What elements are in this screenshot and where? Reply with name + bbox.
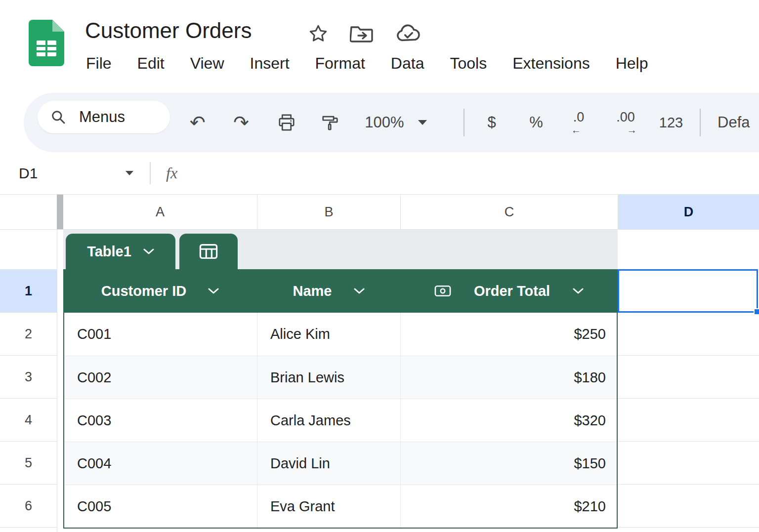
gridline: [618, 355, 759, 356]
chevron-down-icon[interactable]: [208, 288, 219, 294]
google-sheets-app: Customer Orders File Edit View Insert Fo…: [0, 0, 759, 532]
column-header-a[interactable]: A: [63, 195, 257, 229]
chevron-down-icon[interactable]: [573, 288, 584, 294]
search-icon: [50, 109, 66, 125]
gridline: [618, 484, 759, 485]
menu-item-file[interactable]: File: [86, 54, 112, 73]
name-box-dropdown-icon: [126, 171, 133, 175]
increase-decimal-icon: .00 →: [616, 111, 635, 135]
order-total-header-label: Order Total: [474, 283, 550, 299]
cell-name[interactable]: Eva Grant: [257, 485, 400, 528]
format-currency-button[interactable]: $: [476, 93, 507, 152]
zoom-control[interactable]: 100%: [344, 93, 448, 152]
cell-customer-id[interactable]: C004: [64, 442, 257, 485]
decrease-decimal-icon: .0 ←: [573, 111, 585, 135]
table-body: C001 Alice Kim $250 C002 Brian Lewis $18…: [63, 313, 618, 529]
table-options-chip[interactable]: [179, 234, 238, 269]
gridline: [618, 527, 759, 528]
fill-handle[interactable]: [754, 308, 759, 315]
cell-customer-id[interactable]: C005: [64, 485, 257, 528]
cell-order-total[interactable]: $320: [400, 399, 617, 442]
menu-item-help[interactable]: Help: [616, 54, 648, 73]
format-percent-button[interactable]: %: [520, 93, 552, 152]
more-formats-button[interactable]: 123: [654, 93, 688, 152]
table-row: C001 Alice Kim $250: [64, 313, 617, 356]
number-format-icon: 123: [659, 115, 683, 131]
menu-bar: File Edit View Insert Format Data Tools …: [86, 50, 648, 76]
row-header-5[interactable]: 5: [0, 442, 57, 485]
decrease-decimal-button[interactable]: .0 ←: [561, 93, 596, 152]
menu-item-edit[interactable]: Edit: [137, 54, 165, 73]
redo-icon: ↷: [233, 113, 249, 132]
column-header-customer-id[interactable]: Customer ID: [63, 269, 257, 313]
redo-button[interactable]: ↷: [226, 93, 256, 152]
column-header-name[interactable]: Name: [257, 269, 400, 313]
print-button[interactable]: [271, 93, 302, 152]
table-name-chip[interactable]: Table1: [66, 234, 175, 269]
menu-item-data[interactable]: Data: [391, 54, 424, 73]
column-header-order-total[interactable]: Order Total: [400, 269, 618, 313]
currency-field-icon: [434, 285, 451, 297]
menu-item-view[interactable]: View: [190, 54, 224, 73]
cell-name[interactable]: David Lin: [257, 442, 400, 485]
row-header-6[interactable]: 6: [0, 485, 57, 528]
sheets-logo-icon[interactable]: [29, 20, 64, 66]
zoom-value: 100%: [365, 114, 404, 131]
undo-button[interactable]: ↶: [183, 93, 212, 152]
menu-item-tools[interactable]: Tools: [450, 54, 487, 73]
table-row: C004 David Lin $150: [64, 442, 617, 485]
chevron-down-icon: [418, 120, 427, 125]
cell-customer-id[interactable]: C003: [64, 399, 257, 442]
cell-name[interactable]: Carla James: [257, 399, 400, 442]
paint-format-button[interactable]: [314, 93, 346, 152]
column-header-d-selected[interactable]: D: [618, 195, 759, 229]
cell-order-total[interactable]: $150: [400, 442, 617, 485]
cell-name[interactable]: Alice Kim: [257, 313, 400, 356]
font-selector[interactable]: Defa: [717, 93, 759, 152]
chevron-down-icon[interactable]: [354, 288, 365, 294]
increase-decimal-button[interactable]: .00 →: [608, 93, 643, 152]
menus-search-label: Menus: [79, 108, 125, 126]
menus-search-button[interactable]: Menus: [38, 101, 170, 133]
menu-item-insert[interactable]: Insert: [250, 54, 289, 73]
column-header-c[interactable]: C: [400, 195, 618, 229]
cell-customer-id[interactable]: C001: [64, 313, 257, 356]
table-row: C002 Brian Lewis $180: [64, 356, 617, 399]
star-icon[interactable]: [308, 24, 328, 43]
cell-order-total[interactable]: $250: [400, 313, 617, 356]
paint-format-icon: [321, 113, 339, 132]
row-header-divider: [57, 195, 63, 229]
row-header-4[interactable]: 4: [0, 399, 57, 442]
column-header-row: A B C D: [0, 194, 759, 230]
currency-icon: $: [487, 114, 496, 131]
move-folder-icon[interactable]: [350, 24, 374, 43]
cell-name[interactable]: Brian Lewis: [257, 356, 400, 399]
formula-bar: D1 fx: [0, 152, 759, 194]
selected-cell-d1[interactable]: [618, 269, 758, 313]
name-box[interactable]: D1: [19, 152, 133, 194]
document-actions: [308, 22, 422, 45]
toolbar-divider: [700, 109, 701, 136]
menu-item-format[interactable]: Format: [315, 54, 365, 73]
cloud-saved-icon[interactable]: [395, 24, 422, 43]
column-header-b[interactable]: B: [257, 195, 400, 229]
gridline: [618, 398, 759, 399]
menu-item-extensions[interactable]: Extensions: [512, 54, 590, 73]
row-header-border: [57, 230, 57, 532]
cell-order-total[interactable]: $210: [400, 485, 617, 528]
chevron-down-icon: [143, 248, 154, 254]
cell-reference: D1: [19, 165, 38, 182]
row-header-3[interactable]: 3: [0, 356, 57, 399]
customer-id-header-label: Customer ID: [101, 283, 186, 299]
row-header-1-selected[interactable]: 1: [0, 269, 57, 313]
cell-customer-id[interactable]: C002: [64, 356, 257, 399]
fx-icon: fx: [166, 152, 177, 194]
gridline: [618, 441, 759, 442]
table-icon: [199, 244, 218, 259]
table-header-row: Customer ID Name Order Total: [63, 269, 618, 313]
row-header-2[interactable]: 2: [0, 313, 57, 356]
document-title[interactable]: Customer Orders: [85, 17, 252, 44]
table-name-label: Table1: [87, 244, 131, 260]
name-header-label: Name: [293, 283, 332, 299]
cell-order-total[interactable]: $180: [400, 356, 617, 399]
